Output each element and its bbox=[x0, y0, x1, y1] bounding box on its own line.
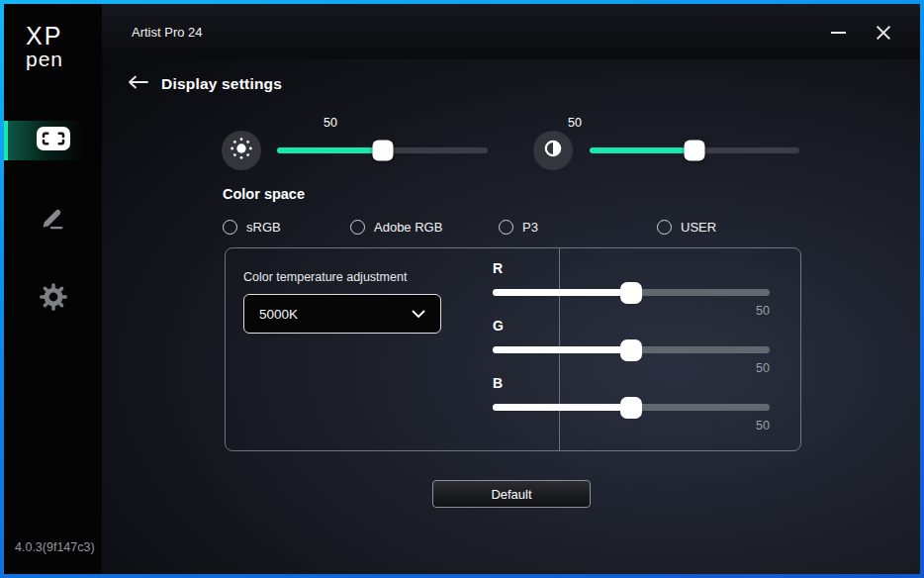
red-slider-fill bbox=[493, 289, 631, 296]
screen-area-icon bbox=[37, 127, 70, 154]
radio-circle-icon bbox=[350, 220, 365, 235]
radio-srgb-label: sRGB bbox=[246, 220, 281, 235]
blue-slider-thumb[interactable] bbox=[620, 397, 642, 419]
color-temperature-label: Color temperature adjustment bbox=[243, 270, 407, 284]
sidebar-item-display[interactable] bbox=[4, 121, 102, 160]
green-slider-thumb[interactable] bbox=[620, 339, 642, 361]
blue-channel-value: 50 bbox=[756, 419, 770, 433]
contrast-slider[interactable] bbox=[590, 147, 799, 153]
contrast-icon bbox=[541, 137, 565, 164]
brightness-icon-badge bbox=[222, 131, 261, 170]
radio-circle-icon bbox=[657, 220, 672, 235]
contrast-slider-fill bbox=[590, 147, 694, 153]
brightness-slider[interactable] bbox=[277, 147, 488, 153]
color-temperature-value: 5000K bbox=[259, 307, 298, 322]
minimize-icon bbox=[831, 32, 846, 34]
color-space-heading: Color space bbox=[223, 186, 305, 202]
radio-user[interactable]: USER bbox=[657, 220, 716, 235]
green-channel-value: 50 bbox=[756, 361, 770, 375]
radio-p3-label: P3 bbox=[522, 220, 538, 235]
green-slider-fill bbox=[493, 346, 631, 353]
brightness-value: 50 bbox=[323, 116, 337, 130]
sidebar: XP pen bbox=[4, 4, 102, 574]
contrast-slider-thumb[interactable] bbox=[685, 141, 705, 161]
default-button[interactable]: Default bbox=[432, 480, 591, 508]
sidebar-item-settings[interactable] bbox=[4, 279, 102, 319]
red-slider-thumb[interactable] bbox=[620, 282, 642, 304]
blue-channel-slider[interactable] bbox=[493, 404, 770, 411]
contrast-icon-badge bbox=[533, 131, 573, 170]
color-adjustment-panel: Color temperature adjustment 5000K R bbox=[225, 247, 801, 451]
blue-slider-fill bbox=[493, 404, 631, 411]
radio-circle-icon bbox=[223, 220, 237, 235]
radio-srgb[interactable]: sRGB bbox=[223, 220, 281, 235]
page-title: Display settings bbox=[161, 75, 282, 93]
radio-adobe-rgb-label: Adobe RGB bbox=[374, 220, 442, 235]
logo-line2: pen bbox=[26, 48, 102, 69]
logo-line1: XP bbox=[26, 24, 102, 48]
back-arrow-icon bbox=[127, 74, 150, 94]
window-frame: XP pen bbox=[0, 0, 924, 578]
contrast-value: 50 bbox=[568, 116, 582, 130]
page-header: Display settings bbox=[127, 73, 282, 95]
red-channel-slider[interactable] bbox=[493, 289, 770, 296]
pen-icon bbox=[39, 203, 68, 237]
brightness-slider-fill bbox=[277, 147, 383, 153]
color-temperature-dropdown[interactable]: 5000K bbox=[243, 294, 441, 334]
close-icon bbox=[876, 25, 891, 41]
gear-icon bbox=[38, 281, 69, 317]
radio-p3[interactable]: P3 bbox=[499, 220, 538, 235]
sun-icon bbox=[229, 136, 254, 165]
green-channel-label: G bbox=[493, 318, 504, 334]
back-button[interactable] bbox=[127, 73, 152, 95]
radio-user-label: USER bbox=[681, 220, 716, 235]
radio-adobe-rgb[interactable]: Adobe RGB bbox=[350, 220, 442, 235]
sidebar-item-pen[interactable] bbox=[4, 200, 102, 240]
titlebar: Artist Pro 24 bbox=[102, 4, 920, 59]
content-column: Artist Pro 24 bbox=[102, 4, 920, 574]
app-version: 4.0.3(9f147c3) bbox=[15, 540, 95, 554]
radio-circle-icon bbox=[499, 220, 513, 235]
red-channel-label: R bbox=[493, 260, 503, 276]
minimize-button[interactable] bbox=[823, 18, 853, 48]
green-channel-slider[interactable] bbox=[493, 346, 770, 353]
brightness-slider-thumb[interactable] bbox=[372, 141, 393, 161]
app-window: XP pen bbox=[4, 4, 920, 574]
chevron-down-icon bbox=[412, 305, 425, 323]
blue-channel-label: B bbox=[493, 375, 503, 391]
xppen-logo: XP pen bbox=[4, 4, 102, 69]
close-button[interactable] bbox=[869, 18, 898, 48]
red-channel-value: 50 bbox=[756, 304, 770, 318]
rgb-sliders-area: R 50 G 50 B bbox=[493, 248, 770, 450]
display-settings-panel: Display settings 50 bbox=[102, 59, 920, 574]
device-title: Artist Pro 24 bbox=[132, 25, 203, 40]
